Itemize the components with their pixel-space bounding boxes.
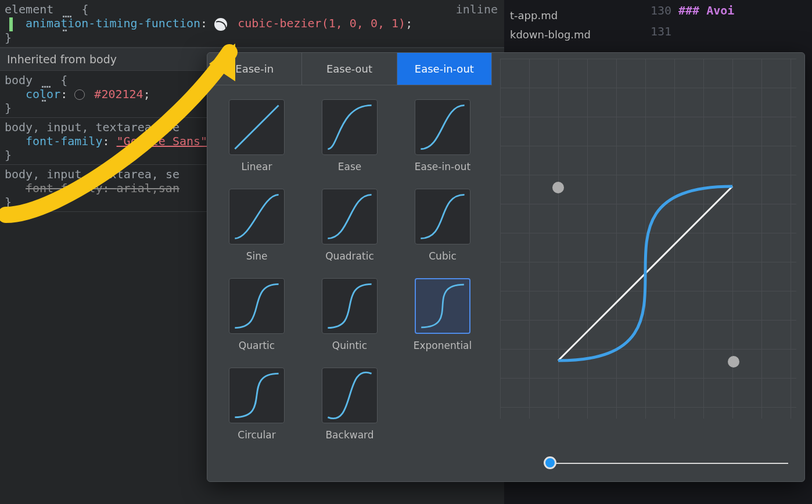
tab-ease-in[interactable]: Ease-in [207, 53, 302, 85]
line-number: 130 [639, 0, 671, 21]
line-number: 131 [639, 21, 671, 42]
property-name: font-family [26, 134, 102, 148]
file-list: t-app.md kdown-blog.md [504, 6, 632, 44]
property-value[interactable]: #202124 [94, 87, 143, 101]
tab-ease-in-out[interactable]: Ease-in-out [397, 53, 492, 85]
preset-circular[interactable]: Circular [219, 368, 294, 441]
selector: element [5, 2, 53, 16]
selector: body, input, textarea, se [5, 167, 179, 181]
property-row[interactable]: animation-timing-function: cubic-bezier(… [5, 16, 500, 31]
inline-label: inline [456, 2, 498, 16]
preset-quartic[interactable]: Quartic [219, 278, 294, 351]
font-value-1[interactable]: "Google Sans" [117, 134, 208, 148]
curve-editor[interactable] [492, 53, 804, 481]
preset-ease-in-out[interactable]: Ease-in-out [405, 99, 480, 172]
grid-dots-icon [42, 77, 51, 84]
property-name: color [26, 87, 60, 101]
curve-canvas[interactable] [500, 59, 796, 419]
file-tab[interactable]: kdown-blog.md [504, 25, 632, 44]
property-value[interactable]: cubic-bezier(1, 0, 0, 1) [238, 16, 405, 30]
rule-element[interactable]: element { inline animation-timing-functi… [0, 0, 505, 48]
editor-content[interactable]: ### Avoi [678, 0, 734, 21]
control-handle-p1[interactable] [728, 356, 739, 368]
selector: body [5, 73, 33, 87]
playhead-track[interactable] [550, 463, 788, 464]
color-swatch-icon[interactable] [74, 89, 85, 100]
preset-ease[interactable]: Ease [312, 99, 387, 172]
md-heading: ### Avoi [678, 3, 734, 17]
bezier-editor-popup: Ease-in Ease-out Ease-in-out Linear Ease… [207, 52, 805, 482]
control-handle-p2[interactable] [552, 182, 564, 193]
preset-backward[interactable]: Backward [312, 368, 387, 441]
tab-ease-out[interactable]: Ease-out [302, 53, 397, 85]
preset-panel: Ease-in Ease-out Ease-in-out Linear Ease… [207, 53, 492, 481]
preset-sine[interactable]: Sine [219, 189, 294, 262]
file-tab[interactable]: t-app.md [504, 6, 632, 25]
enabled-marker [9, 17, 13, 31]
preset-linear[interactable]: Linear [219, 99, 294, 172]
preset-quintic[interactable]: Quintic [312, 278, 387, 351]
grid-dots-icon [63, 7, 72, 14]
playhead-icon[interactable] [544, 456, 556, 469]
property-value[interactable]: arial,san [117, 181, 179, 195]
preset-exponential[interactable]: Exponential [405, 278, 480, 351]
easing-tabs: Ease-in Ease-out Ease-in-out [207, 53, 492, 85]
property-name: animation-timing-function [26, 16, 200, 30]
preset-grid: Linear Ease Ease-in-out Sine Quadratic C… [207, 85, 492, 455]
property-name: font-family [26, 181, 102, 195]
bezier-swatch-icon[interactable] [214, 18, 227, 31]
selector: body, input, textarea, se [5, 120, 179, 134]
preset-cubic[interactable]: Cubic [405, 189, 480, 262]
preset-quadratic[interactable]: Quadratic [312, 189, 387, 262]
